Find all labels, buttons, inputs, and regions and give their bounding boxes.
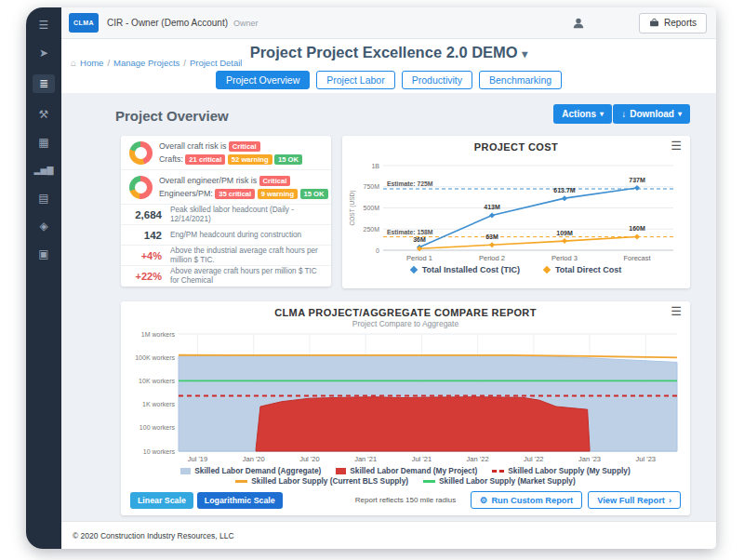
book-icon[interactable]: ▣	[33, 247, 55, 260]
logo-text: CLMA	[73, 20, 94, 26]
svg-text:109M: 109M	[556, 230, 573, 236]
stat-description: Eng/PM headcount during construction	[170, 231, 301, 240]
account-name: CIR - Owner (Demo Account)	[107, 18, 228, 28]
stat-row-peak-headcount: 2,684 Peak skilled labor headcount (Dail…	[121, 205, 331, 225]
svg-text:500M: 500M	[363, 205, 379, 211]
legend-marker-icon	[336, 468, 346, 474]
chevron-down-icon: ▾	[522, 47, 527, 60]
logarithmic-scale-button[interactable]: Logarithmic Scale	[197, 492, 283, 509]
engineer-risk-donut-icon	[129, 176, 153, 199]
actions-label: Actions	[562, 109, 596, 119]
modules-grid-icon[interactable]: ▦	[33, 136, 55, 149]
stat-value: +22%	[130, 271, 162, 282]
stat-description: Above the industrial average craft hours…	[170, 247, 322, 265]
compare-legend-row-2: Skilled Labor Supply (Current BLS Supply…	[121, 476, 690, 487]
briefcase-icon	[649, 18, 659, 28]
stat-value: 2,684	[130, 209, 162, 220]
send-icon[interactable]: ➤	[33, 47, 55, 60]
compare-legend-row-1: Skilled Labor Demand (Aggregate)Skilled …	[121, 466, 690, 476]
legend-label: Skilled Labor Demand (My Project)	[350, 466, 477, 476]
copyright-text: © 2020 Construction Industry Resources, …	[73, 531, 234, 540]
svg-text:Period 1: Period 1	[406, 254, 432, 262]
chart-menu-icon[interactable]: ☰	[671, 304, 682, 318]
account-role: Owner	[233, 19, 259, 28]
svg-text:1M workers: 1M workers	[141, 331, 176, 338]
svg-text:36M: 36M	[413, 236, 426, 243]
legend-marker-icon	[543, 266, 551, 273]
footer: © 2020 Construction Industry Resources, …	[61, 521, 716, 549]
svg-text:Jan '23: Jan '23	[578, 455, 601, 463]
compare-report-subtitle: Project Compare to Aggregate	[121, 319, 690, 328]
clma-logo[interactable]: CLMA	[69, 13, 99, 33]
view-full-report-button[interactable]: View Full Report ›	[588, 491, 681, 509]
user-icon[interactable]	[572, 17, 585, 30]
stat-row-chemical-hours: +22% Above average craft hours per milli…	[121, 266, 331, 287]
page-title-name: Project Excellence 2.0 DEMO	[306, 44, 517, 60]
main-content: Project Overview Actions ▾ ↓ Download ▾ …	[61, 93, 716, 521]
bar-chart-icon[interactable]: ▂▅▇	[33, 164, 55, 177]
svg-text:160M: 160M	[629, 225, 645, 232]
legend-marker-icon	[409, 266, 417, 273]
svg-text:100 workers: 100 workers	[140, 424, 176, 431]
svg-text:1B: 1B	[371, 163, 379, 169]
engineers-warning-badge: 9 warning	[258, 189, 298, 199]
svg-text:737M: 737M	[629, 177, 645, 183]
cost-legend-item[interactable]: Total Installed Cost (TIC)	[411, 265, 520, 274]
craft-risk-row: Overall craft risk is Critical Crafts: 2…	[121, 136, 331, 170]
tools-icon[interactable]: ⚒	[33, 108, 55, 121]
compare-legend-item[interactable]: Skilled Labor Demand (My Project)	[336, 466, 477, 476]
run-custom-report-button[interactable]: ⚙ Run Custom Report	[471, 491, 582, 509]
svg-text:COST (USD): COST (USD)	[349, 191, 356, 226]
tab-productivity[interactable]: Productivity	[402, 71, 472, 89]
cost-legend-item[interactable]: Total Direct Cost	[544, 265, 621, 274]
svg-text:Forecast: Forecast	[623, 254, 651, 262]
legend-marker-icon	[492, 470, 504, 473]
project-cost-chart: 0250M500M750M1BCOST (USD)Period 1Period …	[346, 154, 686, 264]
compare-controls: Linear Scale Logarithmic Scale Report re…	[121, 491, 690, 509]
svg-text:Jul '22: Jul '22	[524, 455, 543, 463]
radius-note: Report reflects 150 mile radius	[355, 496, 457, 504]
tab-benchmarking[interactable]: Benchmarking	[479, 71, 562, 89]
chart-menu-icon[interactable]: ☰	[671, 139, 682, 153]
menu-toggle-icon[interactable]: ☰	[33, 19, 55, 32]
engineers-label: Engineers/PM:	[159, 189, 213, 198]
svg-text:413M: 413M	[484, 204, 500, 210]
craft-risk-level-badge: Critical	[229, 141, 260, 152]
svg-text:Period 3: Period 3	[551, 254, 578, 262]
reports-button[interactable]: Reports	[639, 13, 707, 33]
svg-text:10K workers: 10K workers	[139, 378, 175, 384]
compare-legend-item[interactable]: Skilled Labor Supply (My Supply)	[492, 466, 630, 476]
stat-row-engpm-headcount: 142 Eng/PM headcount during construction	[121, 225, 331, 246]
tab-project-overview[interactable]: Project Overview	[216, 71, 310, 89]
actions-button[interactable]: Actions ▾	[553, 104, 612, 124]
svg-text:750M: 750M	[363, 183, 379, 190]
tag-icon[interactable]: ◈	[33, 220, 55, 233]
reports-label: Reports	[664, 18, 697, 28]
compare-legend-item[interactable]: Skilled Labor Supply (Current BLS Supply…	[235, 476, 408, 487]
stat-description: Above average craft hours per million $ …	[170, 267, 322, 286]
download-button[interactable]: ↓ Download ▾	[613, 104, 690, 124]
svg-text:Estimate: 725M: Estimate: 725M	[387, 180, 433, 187]
compare-report-title: CLMA PROJECT/AGGREGATE COMPARE REPORT	[121, 307, 690, 318]
compare-report-chart: Jul '19Jan '20Jul '20Jan '21Jul '21Jan '…	[128, 330, 683, 466]
download-icon: ↓	[621, 109, 626, 119]
chevron-down-icon: ▾	[678, 110, 682, 118]
map-icon[interactable]: ▤	[33, 192, 55, 205]
compare-legend-item[interactable]: Skilled Labor Demand (Aggregate)	[180, 466, 321, 476]
engineers-critical-badge: 35 critical	[215, 189, 255, 199]
project-cost-legend: Total Installed Cost (TIC)Total Direct C…	[342, 265, 690, 274]
svg-text:613.7M: 613.7M	[553, 187, 576, 193]
linear-scale-button[interactable]: Linear Scale	[130, 492, 193, 509]
crafts-critical-badge: 21 critical	[185, 154, 225, 165]
legend-label: Skilled Labor Supply (My Supply)	[508, 466, 630, 476]
tab-project-labor[interactable]: Project Labor	[316, 71, 394, 89]
top-header: CLMA CIR - Owner (Demo Account) Owner Re…	[61, 7, 716, 39]
projects-list-icon[interactable]: ≣	[33, 74, 55, 93]
project-title-dropdown[interactable]: Project Project Excellence 2.0 DEMO ▾	[61, 44, 716, 61]
download-label: Download	[630, 109, 674, 119]
legend-label: Skilled Labor Supply (Market Supply)	[439, 476, 576, 487]
legend-label: Total Installed Cost (TIC)	[422, 265, 520, 274]
risk-summary-card: Overall craft risk is Critical Crafts: 2…	[121, 136, 331, 287]
compare-legend-item[interactable]: Skilled Labor Supply (Market Supply)	[423, 476, 576, 487]
legend-label: Skilled Labor Demand (Aggregate)	[194, 466, 321, 476]
